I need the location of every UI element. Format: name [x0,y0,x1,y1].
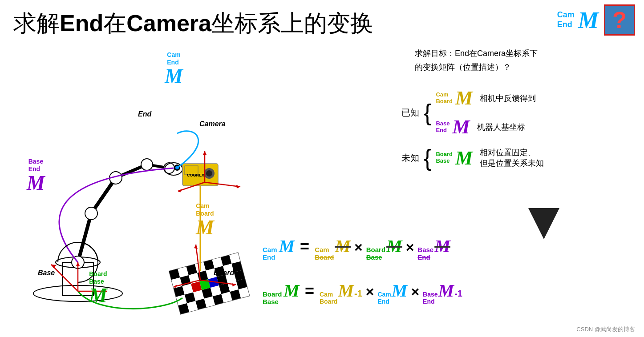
svg-line-64 [51,265,78,291]
board-base-desc: 相对位置固定、 但是位置关系未知 [480,147,544,168]
eq1-times2: × [406,239,414,256]
camera-text-label: Camera [199,120,226,128]
title-part2: End [60,10,103,36]
page-title: 求解End在Camera坐标系上的变换 [13,8,373,39]
unknown-label: 未知 [401,152,419,164]
eq2-t1-m: M [338,280,354,301]
unknown-brace: { [424,146,431,169]
svg-point-20 [206,170,212,177]
credit: CSDN @武尚发的博客 [576,325,635,333]
board-text-label: Board [214,269,234,277]
top-end-label: End [557,20,575,30]
cam-board-label: Cam Board [436,92,453,105]
known-label: 已知 [401,107,419,119]
cam-end-m-diag: M [165,66,183,87]
equation1: Cam End M = Cam Board M × Board Base M ×… [263,236,640,261]
known-row: 已知 { Cam Board M 相机中反馈得到 Base End M 机器人基… [401,87,633,138]
board-base-m-diag: M [89,285,107,306]
cam-end-diagram-label: Cam End M [165,51,183,87]
goal-zai: 在 [469,49,477,58]
eq1-t3: Base End M [417,236,450,261]
top-m-label: M [578,7,599,33]
eq2-t2: Cam End M [377,280,407,305]
question-box: ? [604,4,635,36]
title-part5: 坐标系上的变换 [211,10,373,36]
cam-board-m-diag: M [196,217,214,238]
title-part4: Camera [126,10,211,36]
base-text-label: Base [38,269,55,277]
base-end-m-diag: M [27,173,45,193]
eq1-t3-m: M [434,236,450,257]
title-part1: 求解 [13,10,60,36]
cam-board-m: M [455,87,473,109]
eq1-t1: Cam Board M [315,236,351,261]
goal-label: 求解目标： [415,49,455,58]
goal-desc: 的变换矩阵（位置描述）？ [415,63,511,72]
eq1-t1-m: M [335,236,351,257]
base-end-desc: 机器人基坐标 [477,122,525,132]
goal-camera: Camera [477,49,506,58]
base-end-label: Base End [436,120,450,134]
base-end-diagram-label: Base End M [27,158,45,193]
svg-text:COGNEX: COGNEX [187,173,204,177]
known-item-2: Base End M 机器人基坐标 [436,116,536,138]
question-mark: ? [612,7,627,33]
svg-marker-75 [236,185,240,189]
eq1-t2: Board Base M [366,236,402,261]
eq2-t3-sup: -1 [454,289,462,299]
eq2-t1: Cam Board M -1 [320,280,362,305]
eq2-times1: × [366,284,374,300]
equation2: Board Base M = Cam Board M -1 × Cam End … [263,280,640,306]
goal-text: 求解目标：End在Camera坐标系下 的变换矩阵（位置描述）？ [415,47,633,74]
unknown-item-1: Board Base M 相对位置固定、 但是位置关系未知 [436,147,544,169]
top-cam-label: Cam [557,10,575,20]
svg-line-4 [78,213,91,262]
top-cam-end-label: Cam End [557,10,575,29]
board-base-label: Board Base [436,151,453,164]
top-right-question: Cam End M ? [557,4,635,36]
eq2-t1-sup: -1 [354,289,362,299]
goal-section: 求解目标：End在Camera坐标系下 的变换矩阵（位置描述）？ [415,47,633,74]
title-part3: 在 [103,10,126,36]
known-brace: { [424,101,431,124]
svg-marker-65 [51,265,57,268]
eq2-t2-m: M [392,280,408,301]
eq2-t3-m: M [438,280,454,301]
eq1-equals: = [300,237,309,256]
eq2-t3: Base End M -1 [423,280,462,305]
unknown-row: 未知 { Board Base M 相对位置固定、 但是位置关系未知 [401,146,633,169]
base-end-m: M [452,116,470,138]
svg-marker-77 [203,151,207,155]
known-items: Cam Board M 相机中反馈得到 Base End M 机器人基坐标 [436,87,536,138]
eq2-lhs-m: M [284,280,300,301]
svg-marker-0 [528,208,559,239]
goal-end: End [455,49,469,58]
board-base-diagram-label: Board Base M [89,270,107,306]
goal-coord: 坐标系下 [506,49,538,58]
svg-point-11 [141,159,153,170]
eq1-lhs-m: M [279,236,295,257]
eq2-equals: = [305,282,314,301]
eq1-times1: × [354,239,363,256]
cam-board-desc: 相机中反馈得到 [480,93,536,104]
board-base-m: M [455,147,473,169]
svg-point-9 [85,207,97,220]
cam-board-diagram-label: Cam Board M [196,202,214,238]
unknown-items: Board Base M 相对位置固定、 但是位置关系未知 [436,147,544,169]
known-section: 已知 { Cam Board M 相机中反馈得到 Base End M 机器人基… [401,87,633,169]
eq1-t2-m: M [386,236,402,257]
svg-marker-71 [194,245,198,249]
known-item-1: Cam Board M 相机中反馈得到 [436,87,536,109]
robot-svg: COGNEX [9,44,267,329]
eq2-times2: × [411,284,419,300]
end-text-label: End [138,110,151,118]
